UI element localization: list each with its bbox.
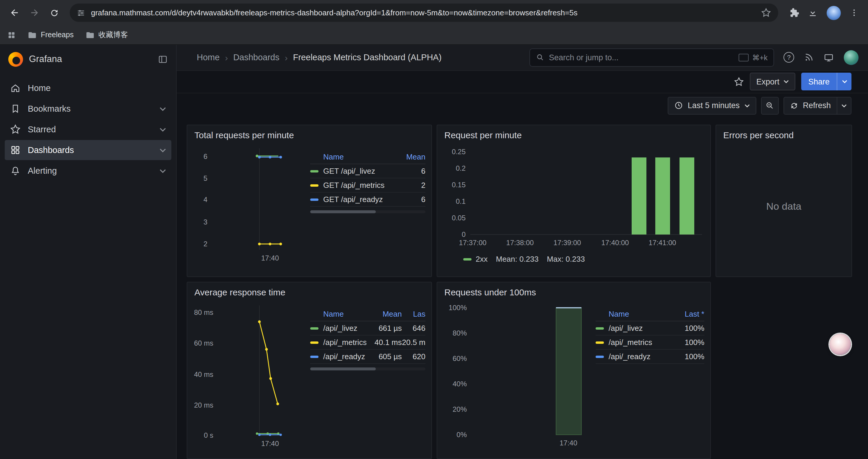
user-avatar[interactable] (844, 50, 859, 65)
sidebar-item-alerting[interactable]: Alerting (5, 161, 172, 181)
series-last: 20.5 m (402, 338, 426, 347)
bookmark-star-icon[interactable] (761, 8, 771, 18)
panel-title[interactable]: Requests under 100ms (444, 287, 704, 297)
legend-header-mean[interactable]: Mean (398, 152, 426, 161)
news-rss-icon[interactable] (804, 53, 814, 62)
legend-header-mean[interactable]: Mean (366, 309, 402, 318)
under-100ms-chart: 100%80%60%40%20%0%17:40 (443, 298, 591, 447)
series-name[interactable]: GET /api/_livez (323, 167, 398, 175)
legend-header-name[interactable]: Name (310, 152, 398, 161)
export-button[interactable]: Export (750, 73, 795, 91)
sidebar-item-home[interactable]: Home (5, 78, 172, 98)
panel-title[interactable]: Average response time (194, 287, 426, 297)
svg-text:0.25: 0.25 (452, 148, 466, 156)
legend-header-last[interactable]: Las (402, 309, 426, 318)
monitor-icon[interactable] (824, 53, 834, 63)
sidebar-item-dashboards[interactable]: Dashboards (5, 140, 172, 160)
svg-text:40%: 40% (453, 380, 467, 388)
panel-title[interactable]: Request per minute (444, 130, 704, 140)
legend-header-name[interactable]: Name (596, 309, 677, 318)
bookmark-label: Freeleaps (41, 31, 73, 39)
breadcrumb-home[interactable]: Home (197, 53, 219, 62)
forward-icon[interactable] (25, 3, 44, 22)
time-range-picker[interactable]: Last 5 minutes (668, 97, 756, 114)
svg-text:17:40: 17:40 (560, 439, 577, 447)
help-icon[interactable]: ? (783, 52, 794, 63)
dock-sidebar-icon[interactable] (158, 54, 168, 64)
svg-text:3: 3 (204, 218, 208, 226)
series-last: 646 (402, 324, 426, 333)
svg-text:2: 2 (204, 240, 208, 248)
zoom-out-button[interactable] (761, 97, 778, 114)
url-text: grafana.mathmast.com/d/deytv4rwavabkb/fr… (91, 8, 755, 17)
legend-header-last[interactable]: Last * (677, 309, 704, 318)
chevron-down-icon (159, 107, 166, 111)
share-button[interactable]: Share (801, 73, 837, 91)
refresh-interval-caret[interactable] (837, 97, 851, 114)
svg-text:60 ms: 60 ms (194, 339, 213, 347)
grafana-logo[interactable] (8, 52, 23, 66)
panel-title[interactable]: Total requests per minute (194, 130, 426, 140)
series-name[interactable]: /api/_readyz (323, 352, 366, 361)
scrollbar-thumb[interactable] (310, 367, 376, 370)
svg-text:17:41:00: 17:41:00 (649, 239, 676, 247)
legend-row: GET /api/_metrics 2 (310, 178, 426, 193)
browser-profile-avatar[interactable] (827, 6, 841, 20)
refresh-button[interactable]: Refresh (783, 97, 837, 114)
search-icon (536, 54, 544, 62)
site-info-icon[interactable] (77, 8, 85, 17)
series-color-dash (310, 327, 318, 329)
series-name[interactable]: GET /api/_readyz (323, 195, 398, 204)
series-name[interactable]: /api/_readyz (609, 352, 677, 361)
series-name[interactable]: /api/_livez (323, 324, 366, 333)
series-color-dash (310, 184, 318, 186)
breadcrumb-current: Freeleaps Metrics Dashboard (ALPHA) (293, 53, 442, 62)
apps-grid-icon[interactable] (7, 30, 16, 39)
series-color-dash (596, 355, 604, 358)
legend-header-name[interactable]: Name (310, 309, 366, 318)
svg-text:0.05: 0.05 (452, 214, 466, 222)
series-color-dash (310, 170, 318, 172)
sidebar-item-label: Starred (28, 125, 56, 134)
svg-text:0.2: 0.2 (456, 164, 466, 172)
downloads-icon[interactable] (808, 8, 818, 18)
address-bar[interactable]: grafana.mathmast.com/d/deytv4rwavabkb/fr… (70, 4, 778, 22)
reload-icon[interactable] (45, 3, 64, 22)
series-name[interactable]: /api/_livez (609, 324, 677, 333)
series-name[interactable]: 2xx (476, 255, 488, 263)
sidebar-item-starred[interactable]: Starred (5, 119, 172, 139)
svg-text:17:38:00: 17:38:00 (506, 239, 533, 247)
assistant-avatar[interactable] (830, 334, 851, 355)
series-last: 100% (677, 324, 704, 333)
breadcrumb-dashboards[interactable]: Dashboards (233, 53, 279, 62)
dashboard-grid: Total requests per minute 6543217:40 Nam… (177, 118, 868, 459)
sidebar-item-bookmarks[interactable]: Bookmarks (5, 99, 172, 119)
request-per-minute-chart: 0.250.20.150.10.05017:37:0017:38:0017:39… (443, 140, 706, 251)
bookmark-item-blogs[interactable]: 收藏博客 (85, 30, 128, 40)
bookmark-item-freeleaps[interactable]: Freeleaps (28, 30, 73, 39)
share-caret-button[interactable] (837, 73, 851, 91)
top-nav: Home › Dashboards › Freeleaps Metrics Da… (177, 45, 868, 71)
svg-text:100%: 100% (449, 304, 467, 312)
zoom-out-icon (765, 101, 774, 110)
scrollbar-thumb[interactable] (310, 210, 376, 213)
no-data-message: No data (722, 140, 845, 273)
search-input[interactable]: Search or jump to... ⌘+k (529, 48, 774, 67)
favorite-star-icon[interactable] (734, 77, 744, 87)
back-icon[interactable] (5, 3, 24, 22)
panel-request-per-minute: Request per minute 0.250.20.150.10.05017… (437, 125, 711, 277)
legend-row: GET /api/_livez 6 (310, 164, 426, 178)
legend-table: Name Last * /api/_livez 100% (596, 306, 704, 447)
series-mean: 40.1 ms (366, 338, 402, 347)
series-mean: 6 (398, 195, 426, 204)
series-name[interactable]: /api/_metrics (609, 338, 677, 347)
panel-title[interactable]: Errors per second (723, 130, 845, 140)
bell-icon (10, 165, 21, 176)
series-name[interactable]: /api/_metrics (323, 338, 366, 347)
browser-toolbar: grafana.mathmast.com/d/deytv4rwavabkb/fr… (0, 0, 868, 25)
chevron-down-icon (159, 169, 166, 173)
series-name[interactable]: GET /api/_metrics (323, 181, 398, 190)
extensions-icon[interactable] (789, 8, 799, 18)
browser-menu-icon[interactable] (850, 8, 859, 17)
sidebar-item-label: Home (28, 83, 51, 93)
